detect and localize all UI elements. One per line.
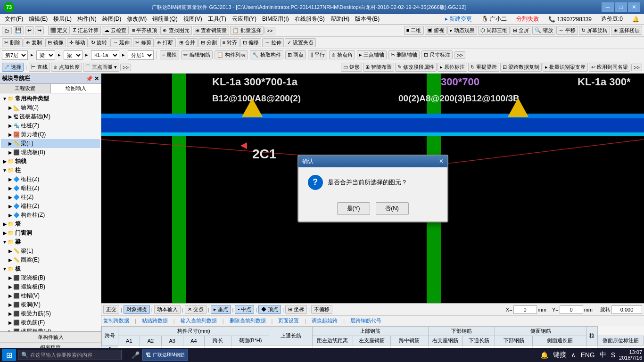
midpoint-button[interactable]: • 中点	[235, 305, 254, 314]
tree-item-framecol[interactable]: ▶ 🔷 框柱(Z)	[1, 175, 100, 184]
dynamic-input-button[interactable]: 动本输入	[154, 305, 181, 314]
summary-button[interactable]: Σ 汇总计算	[71, 26, 101, 35]
paste-span-button[interactable]: 粘贴跨数据	[142, 317, 168, 324]
save-button[interactable]: 💾	[13, 26, 24, 34]
dialog-yes-button[interactable]: 是(Y)	[337, 202, 370, 215]
define-button[interactable]: ▦ 定义	[48, 26, 70, 35]
offset-button[interactable]: ⊡ 偏移	[240, 38, 261, 47]
tree-item-floorband[interactable]: ▶ ⬛ 楼层板带(H)	[1, 327, 100, 331]
screen-rotate-button[interactable]: ↻ 屏幕旋转	[579, 26, 610, 35]
no-offset-button[interactable]: 不偏移	[311, 305, 332, 314]
expand-slabrebar-icon[interactable]: ▶	[8, 311, 13, 316]
expand-axis-icon[interactable]: ▶	[8, 105, 13, 110]
search-bar[interactable]: 🔍 在这里输入你要搜索的内容	[18, 350, 122, 360]
perpendicular-button[interactable]: ▸ 垂点	[211, 305, 231, 314]
tree-item-ring-beam[interactable]: ▶ 📏 圈梁(E)	[1, 255, 100, 264]
original-mark-button[interactable]: ▸ 原位标注	[438, 63, 467, 72]
expand-wall-icon[interactable]: ▶	[2, 222, 8, 227]
apply-same-name-button[interactable]: ↩ 应用到同名梁	[589, 63, 630, 72]
pick-angle-button[interactable]: ⊕ 拾点角	[329, 50, 355, 59]
input-col-button[interactable]: 输入当前列数据	[181, 317, 217, 324]
menu-tools[interactable]: 工具(T)	[205, 15, 229, 24]
expand-beam2-icon[interactable]: ▶	[8, 248, 13, 254]
menu-bell[interactable]: 🔔	[629, 16, 642, 23]
menu-modify[interactable]: 修改(M)	[124, 15, 149, 24]
expand-pile-icon[interactable]: ▶	[8, 123, 13, 128]
rect-tool-button[interactable]: ▭ 矩形	[341, 63, 362, 72]
stretch-button[interactable]: → 拉伸	[262, 38, 284, 47]
menu-split-fail[interactable]: 分割失败	[513, 15, 542, 24]
layer-type-select[interactable]: 梁	[36, 50, 55, 60]
menu-price[interactable]: 造价豆:0	[598, 15, 626, 24]
expand-slab-icon[interactable]: ▶	[8, 150, 13, 155]
expand-slabnegslab-icon[interactable]: ▶	[8, 320, 13, 325]
zoom-button[interactable]: 🔍 缩放	[532, 26, 555, 35]
smart-layout-button[interactable]: ⊞ 智能布置	[363, 63, 394, 72]
align-button[interactable]: ≡ 对齐	[220, 38, 239, 47]
point-length-button[interactable]: ⊕ 点加长度	[51, 63, 82, 72]
menu-version[interactable]: 版本号(B)	[352, 15, 382, 24]
page-setup-button[interactable]: 页面设置	[278, 317, 299, 324]
property-button[interactable]: ≡ 属性	[160, 50, 179, 59]
tree-group-beam[interactable]: ▼ 📁 梁	[1, 238, 100, 247]
menu-component[interactable]: 构件(N)	[74, 15, 99, 24]
span-data-copy-button[interactable]: ⊡ 梁跨数据复制	[500, 63, 542, 72]
arc-tool-button[interactable]: ⌒ 三点画弧 ▾	[83, 63, 119, 72]
cloud-check-button[interactable]: ☁ 云检查	[102, 26, 129, 35]
tab-draw-input[interactable]: 绘图输入	[51, 84, 101, 93]
taskbar-input-zh-icon[interactable]: 中	[599, 351, 607, 359]
reextract-span-button[interactable]: ↻ 重提梁跨	[468, 63, 499, 72]
tree-item-col[interactable]: ▶ 🔷 柱(Z)	[1, 193, 100, 202]
snap-object-button[interactable]: 对象捕捉	[124, 305, 150, 314]
taskbar-expand-icon[interactable]: ∧	[570, 351, 577, 359]
delete-axis-button[interactable]: ✂ 删除辅轴	[388, 50, 420, 59]
modify-segment-button[interactable]: ✎ 修改段段属性	[395, 63, 437, 72]
menu-rebar[interactable]: 钢筋量(Q)	[149, 15, 180, 24]
tree-item-beam2[interactable]: ▶ 📏 梁(L)	[1, 247, 100, 255]
component-name-select[interactable]: KL-1a	[91, 50, 119, 60]
open-file-button[interactable]: 🗁	[2, 27, 12, 34]
move-button[interactable]: ✛ 移动	[67, 38, 88, 47]
dialog-no-button[interactable]: 否(N)	[376, 202, 409, 215]
more-tb1-button[interactable]: >>	[264, 27, 275, 34]
tree-item-slab[interactable]: ▶ ⬛ 现浇板(B)	[1, 148, 100, 157]
tree-item-castslab[interactable]: ▶ ⬛ 现浇板(B)	[1, 273, 100, 282]
expand-beam-icon[interactable]: ▶	[8, 141, 13, 146]
merge-button[interactable]: ⊞ 合并	[177, 38, 198, 47]
menu-edit[interactable]: 编辑(E)	[26, 15, 50, 24]
expand-spiralslab-icon[interactable]: ▶	[8, 284, 13, 289]
more-tb3-button[interactable]: >>	[454, 51, 465, 59]
close-button[interactable]: ✕	[628, 2, 640, 12]
dynamic-view-button[interactable]: ▸ 动态观察	[447, 26, 477, 35]
mic-icon[interactable]: 🎤	[131, 351, 140, 359]
trim-button[interactable]: ✂ 修剪	[133, 38, 154, 47]
layer-select[interactable]: 第7层	[2, 50, 28, 60]
rotate-button[interactable]: ↻ 旋转	[89, 38, 109, 47]
menu-view[interactable]: 视图(V)	[181, 15, 205, 24]
tree-item-axis[interactable]: ▶ 📐 轴网(J)	[1, 103, 100, 112]
dialog-close-icon[interactable]: ✕	[439, 158, 444, 165]
expand-common-icon[interactable]: ▼	[2, 96, 8, 101]
tree-item-raft[interactable]: ▶ 🏗 筏板基础(M)	[1, 112, 100, 121]
minimize-button[interactable]: ─	[602, 2, 614, 12]
expand-raft-icon[interactable]: ▶	[8, 114, 13, 119]
menu-phone[interactable]: 📞 13907298339	[545, 16, 594, 23]
edit-rebar-button[interactable]: ✏ 编辑钢筋	[181, 50, 212, 59]
expand-col-icon[interactable]: ▶	[8, 195, 13, 200]
tree-item-endcol[interactable]: ▶ 🔷 端柱(Z)	[1, 202, 100, 211]
expand-shearwall-icon[interactable]: ▶	[8, 132, 13, 137]
copy-button[interactable]: ⊕ 复制	[24, 38, 44, 47]
line-tool-button[interactable]: ⊢ 直线	[29, 63, 50, 72]
undo-button[interactable]: ↩	[25, 26, 34, 34]
ortho-button[interactable]: 正交	[103, 305, 119, 314]
expand-constcol-icon[interactable]: ▶	[8, 213, 13, 218]
tree-item-slabnegslab[interactable]: ▶ ⬛ 板负筋(F)	[1, 318, 100, 327]
grip-button[interactable]: ✓ 设置夹点	[285, 38, 316, 47]
split-button[interactable]: ⊟ 分割	[198, 38, 219, 47]
tree-item-capital[interactable]: ▶ ⬛ 柱帽(V)	[1, 291, 100, 300]
tree-item-constcol[interactable]: ▶ 🔷 构造柱(Z)	[1, 211, 100, 220]
sidebar-close-icon[interactable]: ✕	[94, 75, 99, 82]
batch-select-button[interactable]: 📋 批量选择	[230, 26, 264, 35]
tree-group-axis[interactable]: ▶ 📁 轴线	[1, 157, 100, 166]
menu-bim[interactable]: BIM应用(I)	[259, 15, 292, 24]
